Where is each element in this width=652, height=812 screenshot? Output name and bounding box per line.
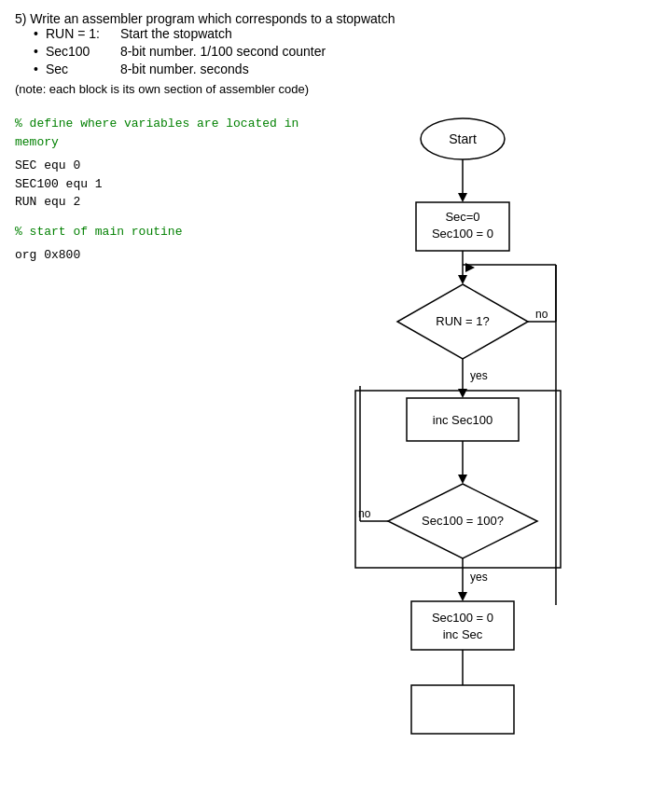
question-number: 5) (15, 11, 26, 26)
bullet-sec100-label: Sec100 (46, 44, 120, 59)
run-check-label: RUN = 1? (436, 314, 489, 328)
flowchart-svg: Start Sec=0 Sec100 = 0 RUN = 1? no (332, 111, 593, 812)
arrowhead-start-to-init (458, 193, 467, 202)
start-label: Start (449, 131, 477, 146)
reset-node (411, 601, 514, 650)
code-line4: org 0x800 (15, 246, 313, 265)
init-label-line2: Sec100 = 0 (432, 227, 493, 241)
question-header: 5) Write an assembler program which corr… (15, 11, 637, 26)
note: (note: each block is its own section of … (15, 82, 637, 96)
content-area: % define where variables are located in … (15, 111, 637, 810)
code-line3: RUN equ 2 (15, 193, 313, 212)
code-block-defines: % define where variables are located in … (15, 115, 313, 212)
arrowhead-to-sec100 (458, 475, 467, 484)
reset-label-line2: inc Sec (443, 627, 483, 641)
bullet-run-label: RUN = 1: (46, 26, 120, 41)
reset-label-line1: Sec100 = 0 (432, 611, 493, 625)
sec100-yes-label: yes (470, 571, 488, 584)
sec100-check-label: Sec100 = 100? (422, 514, 504, 528)
question-text: Write an assembler program which corresp… (30, 11, 395, 26)
bullet-sec100-desc: 8-bit number. 1/100 second counter (120, 44, 326, 59)
flowchart-section: Start Sec=0 Sec100 = 0 RUN = 1? no (313, 111, 637, 810)
code-line1: SEC equ 0 (15, 157, 313, 175)
next-block-node (411, 685, 514, 734)
bullet-sec100: Sec100 8-bit number. 1/100 second counte… (34, 44, 637, 59)
code-comment2: % start of main routine (15, 223, 313, 241)
code-comment1: % define where variables are located in … (15, 115, 313, 151)
run-no-label: no (535, 308, 548, 321)
bullet-sec-desc: 8-bit number. seconds (120, 62, 249, 76)
bullet-list: RUN = 1: Start the stopwatch Sec100 8-bi… (34, 26, 637, 76)
inc-sec100-label: inc Sec100 (433, 413, 492, 427)
code-section: % define where variables are located in … (15, 111, 313, 810)
run-yes-label: yes (470, 369, 488, 382)
bullet-sec: Sec 8-bit number. seconds (34, 62, 637, 76)
code-line2: SEC100 equ 1 (15, 175, 313, 194)
bullet-run: RUN = 1: Start the stopwatch (34, 26, 637, 41)
arrowhead-to-run (458, 275, 467, 284)
bullet-sec-label: Sec (46, 62, 120, 76)
arrowhead-sec100-yes (458, 592, 467, 601)
bullet-run-desc: Start the stopwatch (120, 26, 232, 41)
code-block-main: % start of main routine org 0x800 (15, 223, 313, 265)
init-label-line1: Sec=0 (445, 210, 479, 224)
